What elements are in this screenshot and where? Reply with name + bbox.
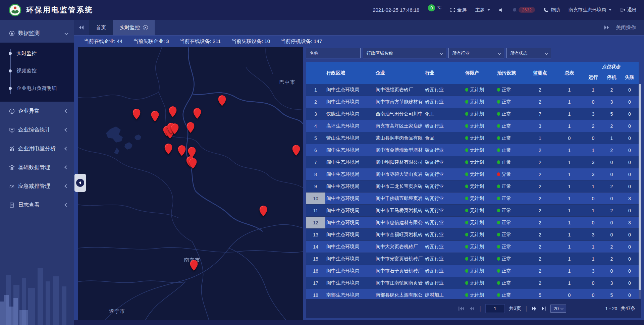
cell-stopped: 2	[603, 148, 621, 153]
table-row[interactable]: 4高坪生态环境局南充市高坪区王家店建砖瓦行业无计划正常31220	[306, 120, 639, 132]
sidebar-group-label: 企业异常	[18, 108, 65, 115]
logout-button[interactable]: 退出	[620, 7, 637, 13]
page-number-input[interactable]	[485, 304, 505, 313]
table-row[interactable]: 12阆中生态环境局阆中市忠信建材有限公砖瓦行业无计划正常21003	[306, 217, 639, 229]
table-row[interactable]: 6阆中生态环境局阆中市金博瑞新型墙材砖瓦行业无计划正常21120	[306, 144, 639, 156]
sidebar-group-base-data-management[interactable]: 基础数据管理	[0, 158, 74, 177]
sidebar-group-emergency-reduction[interactable]: 应急减排管理	[0, 177, 74, 196]
cell-pollution-facility: 正常	[493, 111, 525, 117]
map-pin-icon[interactable]	[169, 106, 177, 117]
table-row[interactable]: 18南部生态环境局南部县砚化太泗有限公建材加工无计划正常50050	[306, 289, 639, 299]
cell-region: 阆中生态环境局	[325, 244, 375, 250]
map-canvas[interactable]: 巴中市南充市遂宁市	[78, 47, 303, 320]
table-row[interactable]: 10阆中生态环境局阆中千佛镇五郎垭页岩砖瓦行业无计划正常21003	[306, 193, 639, 205]
cell-industry: 砖瓦行业	[424, 99, 461, 105]
status-dot-green	[497, 184, 500, 188]
cell-company: 阆中市石子页岩机砖厂	[375, 268, 424, 274]
tabs-scroll-left-button[interactable]	[74, 20, 89, 35]
sidebar-item-enterprise-power-load-detail[interactable]: 企业电力负荷明细	[0, 79, 74, 97]
sidebar-item-realtime-monitoring[interactable]: 实时监控	[0, 45, 74, 62]
limit-text: 无计划	[470, 244, 484, 249]
mute-button[interactable]	[499, 8, 503, 12]
map-pin-icon[interactable]	[292, 145, 300, 156]
close-operations-button[interactable]: 关闭操作	[616, 24, 636, 31]
notifications-button[interactable]: 2632	[512, 7, 535, 13]
map-pin-icon[interactable]	[260, 206, 267, 216]
cell-stopped: 2	[603, 208, 621, 213]
cell-monitor-points: 2	[525, 184, 555, 189]
map-pin-icon[interactable]	[190, 260, 198, 271]
tab-home[interactable]: 首页	[89, 20, 113, 35]
map-pin-icon[interactable]	[189, 158, 197, 169]
filter-bar: 行政区域名称 所有行业 所有状态	[306, 48, 641, 58]
region-filter-select[interactable]: 行政区域名称	[363, 48, 446, 58]
table-row[interactable]: 5营山生态环境局营山县润丰肉食品有限食品无计划正常10010	[306, 132, 639, 144]
cell-stopped: 2	[603, 87, 621, 93]
chevron-left-icon	[64, 109, 68, 113]
table-scrollbar-thumb[interactable]	[639, 84, 641, 290]
sidebar-group-enterprise-power-analysis[interactable]: 企业用电量分析	[0, 139, 74, 158]
map-pin-icon[interactable]	[187, 122, 195, 133]
map-collapse-button[interactable]	[74, 174, 86, 192]
cell-total-meters: 1	[555, 244, 584, 250]
next-page-button[interactable]	[531, 306, 537, 311]
table-row[interactable]: 8阆中生态环境局阆中市枣碧大梁山页岩砖瓦行业无计划异常21300	[306, 168, 639, 180]
tabs-scroll-right-button[interactable]	[604, 25, 610, 30]
sidebar-group-label: 数据监测	[18, 30, 65, 37]
help-button[interactable]: 帮助	[544, 7, 560, 13]
map-panel[interactable]: 巴中市南充市遂宁市	[78, 47, 303, 320]
first-page-button[interactable]	[458, 306, 465, 311]
table-row[interactable]: 15阆中生态环境局阆中市光富页岩机砖厂砖瓦行业无计划正常21120	[306, 253, 639, 265]
map-pin-icon[interactable]	[194, 108, 201, 119]
cell-total-meters: 0	[555, 136, 584, 141]
sidebar-group-enterprise-statistics[interactable]: 企业综合统计	[0, 120, 74, 139]
cell-region: 南部生态环境局	[325, 292, 375, 298]
table-row[interactable]: 3仪陇生态环境局西南油气田分公司川中化工无计划正常71350	[306, 108, 639, 120]
last-page-button[interactable]	[541, 306, 546, 311]
sidebar-item-video-monitoring[interactable]: 视频监控	[0, 62, 74, 79]
cell-company: 阆中市忠信建材有限公	[375, 220, 424, 226]
temperature-unit: ℃	[436, 5, 441, 10]
map-pin-icon[interactable]	[178, 145, 185, 156]
cell-pollution-facility: 正常	[493, 159, 525, 165]
status-dot-green	[465, 221, 468, 224]
map-pin-icon[interactable]	[218, 95, 226, 106]
cell-region: 阆中生态环境局	[325, 196, 375, 202]
status-dot-green	[465, 100, 468, 104]
stats-bar: 当前在线企业: 44当前失联企业: 3当前在线设备: 211当前失联设备: 10…	[74, 36, 644, 47]
sidebar-group-log-view[interactable]: 日志查看	[0, 196, 74, 214]
map-pin-icon[interactable]	[151, 111, 159, 121]
prev-page-button[interactable]	[469, 306, 475, 311]
table-row[interactable]: 2阆中生态环境局阆中市南方节能建材有砖瓦行业无计划正常21030	[306, 96, 639, 108]
table-row[interactable]: 11阆中生态环境局阆中市五马桥页岩机砖砖瓦行业无计划正常21120	[306, 205, 639, 217]
table-row[interactable]: 7阆中生态环境局阆中明阳建材有限公司砖瓦行业无计划正常21300	[306, 156, 639, 168]
sidebar-group-enterprise-abnormal[interactable]: 企业异常	[0, 102, 74, 120]
sidebar-group-data-monitoring[interactable]: 数据监测	[0, 24, 74, 43]
map-pin-icon[interactable]	[171, 123, 179, 134]
org-menu[interactable]: 南充市生态环境局	[569, 7, 611, 13]
col-company: 企业	[375, 62, 424, 84]
status-filter-select[interactable]: 所有状态	[506, 48, 551, 58]
table-scrollbar-track[interactable]	[639, 84, 641, 299]
cell-region: 阆中生态环境局	[325, 208, 375, 214]
name-filter-input[interactable]	[310, 51, 357, 56]
map-pin-icon[interactable]	[133, 109, 141, 119]
table-row[interactable]: 17阆中生态环境局阆中市江南镇阆南页岩砖瓦行业无计划正常21030	[306, 277, 639, 289]
table-row[interactable]: 14阆中生态环境局阆中大兴页岩机砖厂砖瓦行业无计划正常21120	[306, 241, 639, 253]
table-row[interactable]: 1阆中生态环境局阆中强锐页岩砖厂砖瓦行业无计划正常21120	[306, 84, 639, 96]
page-size-select[interactable]: 20	[550, 305, 566, 313]
table-row[interactable]: 9阆中生态环境局阆中市二龙长宝页岩砖砖瓦行业无计划正常21120	[306, 180, 639, 193]
map-pin-icon[interactable]	[164, 144, 172, 154]
cell-disconnected: 0	[621, 292, 639, 298]
status-dot-green	[497, 148, 500, 152]
table-row[interactable]: 16阆中生态环境局阆中市石子页岩机砖厂砖瓦行业无计划正常21300	[306, 265, 639, 277]
fullscreen-button[interactable]: 全屏	[450, 7, 467, 13]
theme-menu[interactable]: 主题	[475, 7, 490, 13]
tab-close-icon[interactable]: ✕	[143, 25, 148, 30]
cell-region: 阆中生态环境局	[325, 280, 375, 286]
cell-company: 阆中市枣碧大梁山页岩	[375, 171, 424, 177]
tab-realtime[interactable]: 实时监控✕	[113, 20, 155, 35]
industry-filter-select[interactable]: 所有行业	[448, 48, 504, 58]
table-row[interactable]: 13阆中生态环境局阆中市金福旺页岩机砖砖瓦行业无计划正常21300	[306, 229, 639, 241]
cell-company: 阆中市金博瑞新型墙材	[375, 147, 424, 153]
